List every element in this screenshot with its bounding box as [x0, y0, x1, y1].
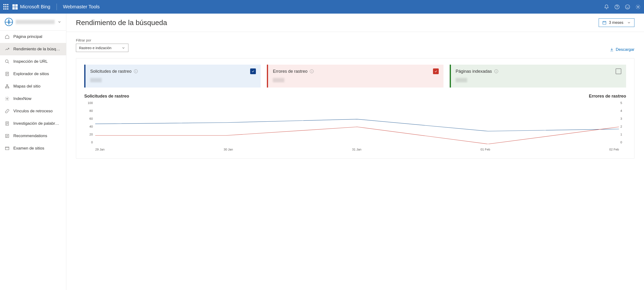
divider	[56, 3, 57, 10]
globe-icon	[5, 18, 13, 26]
check-icon	[434, 70, 438, 73]
sidebar-item-label: Explorador de sitios	[13, 71, 49, 76]
info-icon[interactable]: i	[134, 69, 138, 73]
check-icon	[251, 70, 255, 73]
card-indexed-pages[interactable]: Páginas indexadas i	[450, 65, 626, 87]
card-value-redacted	[273, 78, 284, 82]
sidebar-item-label: Inspección de URL	[13, 59, 48, 64]
card-crawl-requests[interactable]: Solicitudes de rastreo i	[84, 65, 261, 87]
card-title: Errores de rastreo	[273, 69, 308, 74]
svg-rect-9	[6, 87, 7, 88]
svg-point-11	[7, 98, 8, 99]
sidebar-item-site-scan[interactable]: Examen de sitios	[0, 142, 66, 155]
sidebar-item-indexnow[interactable]: IndexNow	[0, 92, 66, 105]
card-checkbox[interactable]	[433, 68, 439, 74]
calendar-icon	[602, 20, 606, 25]
svg-rect-15	[603, 21, 606, 24]
microsoft-logo-icon	[12, 4, 18, 9]
svg-point-4	[628, 6, 629, 7]
svg-rect-10	[8, 87, 9, 88]
document-icon	[5, 71, 10, 76]
link-icon	[5, 109, 10, 113]
page-title: Rendimiento de la búsqueda	[76, 18, 167, 27]
svg-point-5	[637, 6, 639, 8]
metrics-panel: Solicitudes de rastreo i Errores de rast…	[76, 58, 634, 159]
brand-text: Microsoft Bing	[20, 4, 50, 9]
x-labels: 29 Jan 30 Jan 31 Jan 01 Feb 02 Feb	[95, 148, 619, 151]
card-title: Solicitudes de rastreo	[90, 69, 132, 74]
sidebar-item-recommendations[interactable]: Recommendations	[0, 130, 66, 142]
svg-point-3	[626, 6, 627, 7]
card-checkbox[interactable]	[616, 68, 621, 74]
list-icon	[5, 134, 10, 138]
filter-value: Rastreo e indización	[79, 46, 112, 50]
download-label: Descargar	[616, 47, 634, 52]
svg-point-6	[6, 60, 8, 63]
svg-rect-8	[7, 85, 8, 86]
card-value-redacted	[90, 78, 102, 82]
info-icon[interactable]: i	[310, 69, 314, 73]
date-range-select[interactable]: 3 meses	[599, 18, 634, 27]
card-crawl-errors[interactable]: Errores de rastreo i	[267, 65, 443, 87]
trend-icon	[5, 47, 10, 51]
sidebar: Página principal Rendimiento de la búsqu…	[0, 13, 66, 290]
sidebar-item-label: Investigación de palabras ...	[13, 121, 61, 126]
product-name[interactable]: Webmaster Tools	[63, 4, 100, 9]
app-header: Microsoft Bing Webmaster Tools	[0, 0, 644, 13]
chart-svg	[95, 101, 619, 144]
sidebar-item-label: Recommendations	[13, 134, 47, 138]
sidebar-item-search-performance[interactable]: Rendimiento de la búsque...	[0, 43, 66, 55]
sidebar-item-label: IndexNow	[13, 96, 32, 101]
gear-icon	[5, 96, 10, 101]
filter-label: Filtrar por	[76, 38, 128, 42]
bell-icon[interactable]	[604, 4, 609, 9]
svg-rect-14	[6, 147, 9, 150]
y-left-ticks: 100 80 60 40 20 0	[84, 101, 93, 144]
main-content: Rendimiento de la búsqueda 3 meses Filtr…	[66, 13, 644, 290]
svg-point-2	[626, 4, 630, 9]
sidebar-item-site-explorer[interactable]: Explorador de sitios	[0, 68, 66, 80]
card-checkbox[interactable]	[250, 68, 256, 74]
sidebar-item-label: Página principal	[13, 34, 42, 39]
sidebar-item-sitemaps[interactable]: Mapas del sitio	[0, 80, 66, 92]
chevron-down-icon	[58, 20, 61, 24]
sitemap-icon	[5, 84, 10, 89]
chevron-down-icon	[627, 21, 631, 24]
sidebar-item-url-inspection[interactable]: Inspección de URL	[0, 55, 66, 68]
filter-select[interactable]: Rastreo e indización	[76, 44, 128, 52]
app-launcher-icon[interactable]	[3, 4, 9, 10]
help-icon[interactable]	[614, 4, 620, 9]
chart-right-axis-title: Errores de rastreo	[589, 94, 626, 99]
sidebar-item-backlinks[interactable]: Vínculos de retroceso	[0, 105, 66, 117]
sidebar-item-keyword-research[interactable]: Investigación de palabras ...	[0, 117, 66, 130]
sidebar-item-label: Mapas del sitio	[13, 84, 40, 89]
sidebar-item-label: Rendimiento de la búsque...	[13, 47, 61, 51]
sidebar-item-label: Examen de sitios	[13, 146, 44, 151]
search-icon	[5, 59, 10, 64]
document-icon	[5, 121, 10, 126]
card-title: Páginas indexadas	[456, 69, 492, 74]
feedback-icon[interactable]	[625, 4, 630, 9]
scan-icon	[5, 146, 10, 151]
chevron-down-icon	[122, 46, 125, 50]
settings-icon[interactable]	[636, 4, 641, 9]
chart-left-axis-title: Solicitudes de rastreo	[84, 94, 129, 99]
site-name-redacted	[16, 20, 55, 24]
card-value-redacted	[456, 78, 467, 82]
date-range-label: 3 meses	[609, 20, 623, 25]
home-icon	[5, 34, 10, 39]
download-icon	[610, 47, 614, 52]
sidebar-item-home[interactable]: Página principal	[0, 30, 66, 43]
download-button[interactable]: Descargar	[610, 47, 634, 52]
line-chart: 100 80 60 40 20 0 5 4 3 2 1 0	[84, 101, 626, 151]
brand[interactable]: Microsoft Bing	[12, 4, 50, 9]
sidebar-item-label: Vínculos de retroceso	[13, 109, 52, 113]
info-icon[interactable]: i	[494, 69, 498, 73]
site-selector[interactable]	[0, 13, 66, 30]
y-right-ticks: 5 4 3 2 1 0	[620, 101, 626, 144]
